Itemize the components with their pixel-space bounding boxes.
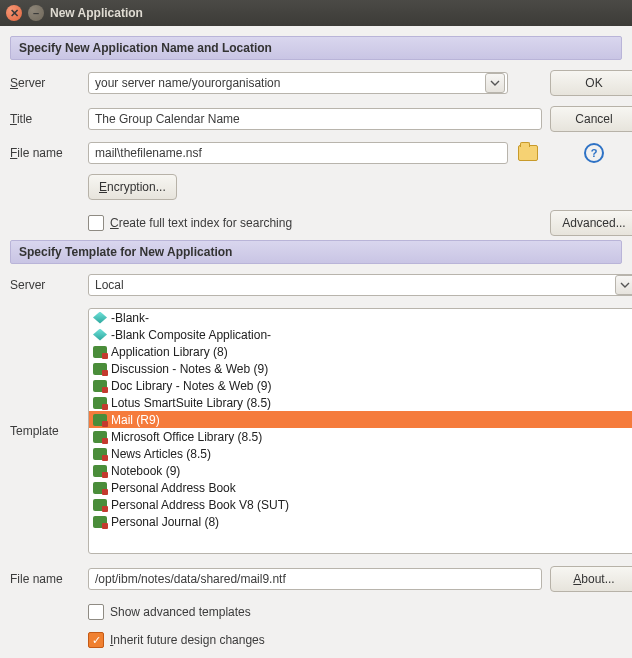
app-template-icon — [93, 397, 107, 409]
template-item[interactable]: -Blank- — [89, 309, 632, 326]
encryption-button[interactable]: Encryption... — [88, 174, 177, 200]
template-item[interactable]: Lotus SmartSuite Library (8.5) — [89, 394, 632, 411]
cancel-button[interactable]: Cancel — [550, 106, 632, 132]
template-item-label: Personal Journal (8) — [111, 515, 219, 529]
template-item-label: -Blank- — [111, 311, 149, 325]
template-item-label: Doc Library - Notes & Web (9) — [111, 379, 272, 393]
template-item-label: Microsoft Office Library (8.5) — [111, 430, 262, 444]
titlebar: ✕ – New Application — [0, 0, 632, 26]
title-input[interactable] — [88, 108, 542, 130]
inherit-label: Inherit future design changes — [110, 633, 265, 647]
template-item-label: News Articles (8.5) — [111, 447, 211, 461]
template-item[interactable]: Mail (R9) — [89, 411, 632, 428]
app-template-icon — [93, 465, 107, 477]
template-server-value: Local — [95, 278, 124, 292]
help-icon: ? — [584, 143, 604, 163]
about-button[interactable]: About... — [550, 566, 632, 592]
template-item[interactable]: Discussion - Notes & Web (9) — [89, 360, 632, 377]
fulltext-label: Create full text index for searching — [110, 216, 292, 230]
window-minimize-button[interactable]: – — [28, 5, 44, 21]
app-template-icon — [93, 380, 107, 392]
app-template-icon — [93, 363, 107, 375]
section-header-app: Specify New Application Name and Locatio… — [10, 36, 622, 60]
show-advanced-label: Show advanced templates — [110, 605, 251, 619]
blank-template-icon — [93, 312, 107, 324]
browse-folder-button[interactable] — [516, 142, 540, 164]
template-item[interactable]: Personal Journal (8) — [89, 513, 632, 530]
blank-template-icon — [93, 329, 107, 341]
folder-icon — [518, 145, 538, 161]
template-item[interactable]: Personal Address Book V8 (SUT) — [89, 496, 632, 513]
app-template-icon — [93, 448, 107, 460]
template-item[interactable]: News Articles (8.5) — [89, 445, 632, 462]
app-template-icon — [93, 482, 107, 494]
help-button[interactable]: ? — [550, 143, 632, 163]
chevron-down-icon[interactable] — [615, 275, 632, 295]
server-combo[interactable]: your server name/yourorganisation — [88, 72, 508, 94]
inherit-checkbox[interactable] — [88, 632, 104, 648]
template-item[interactable]: Application Library (8) — [89, 343, 632, 360]
template-item[interactable]: Notebook (9) — [89, 462, 632, 479]
label-server: Server — [10, 76, 80, 90]
show-advanced-checkbox[interactable] — [88, 604, 104, 620]
ok-button[interactable]: OK — [550, 70, 632, 96]
window-title: New Application — [50, 6, 143, 20]
template-server-combo[interactable]: Local — [88, 274, 632, 296]
advanced-button[interactable]: Advanced... — [550, 210, 632, 236]
template-item-label: Discussion - Notes & Web (9) — [111, 362, 268, 376]
server-value: your server name/yourorganisation — [95, 76, 280, 90]
template-item-label: Notebook (9) — [111, 464, 180, 478]
template-item[interactable]: -Blank Composite Application- — [89, 326, 632, 343]
label-filename: File name — [10, 146, 80, 160]
template-item[interactable]: Doc Library - Notes & Web (9) — [89, 377, 632, 394]
label-template-server: Server — [10, 278, 80, 292]
chevron-down-icon[interactable] — [485, 73, 505, 93]
app-template-icon — [93, 516, 107, 528]
window-close-button[interactable]: ✕ — [6, 5, 22, 21]
label-template-filename: File name — [10, 572, 80, 586]
fulltext-checkbox[interactable] — [88, 215, 104, 231]
app-template-icon — [93, 414, 107, 426]
template-list[interactable]: -Blank--Blank Composite Application-Appl… — [88, 308, 632, 554]
template-item-label: -Blank Composite Application- — [111, 328, 271, 342]
template-item-label: Lotus SmartSuite Library (8.5) — [111, 396, 271, 410]
template-item-label: Mail (R9) — [111, 413, 160, 427]
label-template: Template — [10, 424, 80, 438]
app-template-icon — [93, 431, 107, 443]
template-item-label: Personal Address Book — [111, 481, 236, 495]
section-header-template: Specify Template for New Application — [10, 240, 622, 264]
template-item[interactable]: Personal Address Book — [89, 479, 632, 496]
app-template-icon — [93, 346, 107, 358]
filename-input[interactable] — [88, 142, 508, 164]
label-title: Title — [10, 112, 80, 126]
template-item[interactable]: Microsoft Office Library (8.5) — [89, 428, 632, 445]
template-filename-input[interactable] — [88, 568, 542, 590]
app-template-icon — [93, 499, 107, 511]
template-item-label: Application Library (8) — [111, 345, 228, 359]
template-item-label: Personal Address Book V8 (SUT) — [111, 498, 289, 512]
